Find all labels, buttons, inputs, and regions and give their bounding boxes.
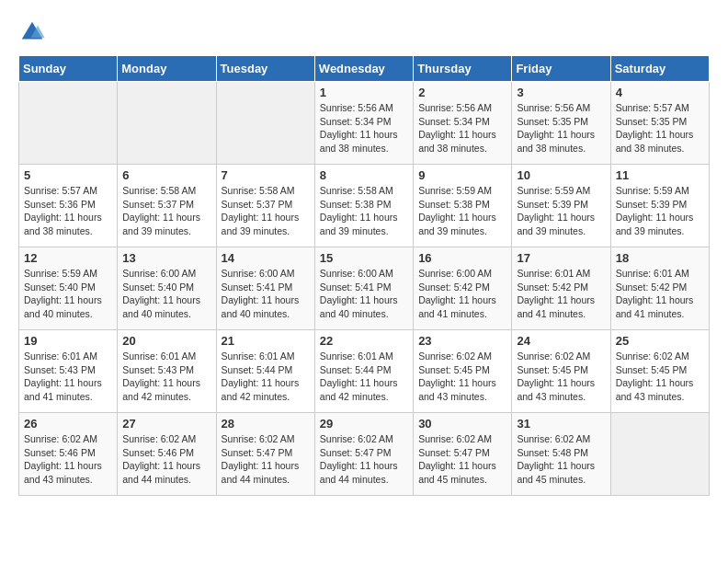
- cell-details: Sunrise: 6:02 AM Sunset: 5:45 PM Dayligh…: [418, 350, 506, 404]
- day-number: 9: [418, 168, 506, 182]
- calendar-cell: 22 Sunrise: 6:01 AM Sunset: 5:44 PM Dayl…: [314, 330, 413, 413]
- calendar-week-row: 5 Sunrise: 5:57 AM Sunset: 5:36 PM Dayli…: [19, 165, 710, 247]
- day-number: 31: [517, 417, 605, 431]
- day-number: 30: [418, 417, 506, 431]
- cell-details: Sunrise: 5:59 AM Sunset: 5:39 PM Dayligh…: [517, 184, 605, 238]
- calendar-cell: 26 Sunrise: 6:02 AM Sunset: 5:46 PM Dayl…: [19, 413, 118, 496]
- calendar-cell: 20 Sunrise: 6:01 AM Sunset: 5:43 PM Dayl…: [118, 330, 216, 413]
- day-number: 21: [222, 334, 310, 348]
- weekday-header: Friday: [512, 56, 610, 82]
- day-number: 7: [222, 168, 310, 182]
- day-number: 1: [320, 86, 408, 99]
- weekday-header: Tuesday: [216, 56, 314, 82]
- logo: [18, 18, 50, 46]
- day-number: 26: [24, 417, 112, 431]
- cell-details: Sunrise: 6:02 AM Sunset: 5:47 PM Dayligh…: [320, 432, 408, 487]
- cell-details: Sunrise: 6:01 AM Sunset: 5:44 PM Dayligh…: [222, 350, 310, 404]
- cell-details: Sunrise: 6:02 AM Sunset: 5:46 PM Dayligh…: [122, 432, 210, 487]
- calendar-cell: 8 Sunrise: 5:58 AM Sunset: 5:38 PM Dayli…: [314, 165, 413, 247]
- cell-details: Sunrise: 5:56 AM Sunset: 5:35 PM Dayligh…: [517, 101, 605, 155]
- day-number: 24: [517, 334, 605, 348]
- day-number: 22: [320, 334, 408, 348]
- calendar-cell: 14 Sunrise: 6:00 AM Sunset: 5:41 PM Dayl…: [216, 247, 314, 330]
- day-number: 29: [320, 417, 408, 431]
- calendar-cell: 29 Sunrise: 6:02 AM Sunset: 5:47 PM Dayl…: [314, 413, 413, 496]
- logo-icon: [18, 18, 46, 46]
- day-number: 17: [517, 251, 605, 265]
- cell-details: Sunrise: 6:02 AM Sunset: 5:45 PM Dayligh…: [616, 350, 704, 404]
- day-number: 12: [24, 251, 112, 265]
- calendar-cell: 3 Sunrise: 5:56 AM Sunset: 5:35 PM Dayli…: [512, 82, 610, 165]
- calendar-cell: 11 Sunrise: 5:59 AM Sunset: 5:39 PM Dayl…: [610, 165, 709, 247]
- day-number: 13: [122, 251, 210, 265]
- cell-details: Sunrise: 6:02 AM Sunset: 5:45 PM Dayligh…: [517, 350, 605, 404]
- calendar-cell: 6 Sunrise: 5:58 AM Sunset: 5:37 PM Dayli…: [118, 165, 216, 247]
- calendar-week-row: 1 Sunrise: 5:56 AM Sunset: 5:34 PM Dayli…: [19, 82, 710, 165]
- cell-details: Sunrise: 5:58 AM Sunset: 5:37 PM Dayligh…: [222, 184, 310, 238]
- calendar-cell: 31 Sunrise: 6:02 AM Sunset: 5:48 PM Dayl…: [512, 413, 610, 496]
- calendar-cell: 10 Sunrise: 5:59 AM Sunset: 5:39 PM Dayl…: [512, 165, 610, 247]
- day-number: 28: [222, 417, 310, 431]
- calendar-cell: 24 Sunrise: 6:02 AM Sunset: 5:45 PM Dayl…: [512, 330, 610, 413]
- day-number: 3: [517, 86, 605, 99]
- day-number: 19: [24, 334, 112, 348]
- cell-details: Sunrise: 5:58 AM Sunset: 5:38 PM Dayligh…: [320, 184, 408, 238]
- day-number: 18: [616, 251, 704, 265]
- day-number: 4: [616, 86, 704, 99]
- calendar-cell: 2 Sunrise: 5:56 AM Sunset: 5:34 PM Dayli…: [414, 82, 512, 165]
- cell-details: Sunrise: 6:01 AM Sunset: 5:44 PM Dayligh…: [320, 350, 408, 404]
- calendar-week-row: 12 Sunrise: 5:59 AM Sunset: 5:40 PM Dayl…: [19, 247, 710, 330]
- calendar-cell: 25 Sunrise: 6:02 AM Sunset: 5:45 PM Dayl…: [610, 330, 709, 413]
- weekday-header: Wednesday: [314, 56, 413, 82]
- calendar-body: 1 Sunrise: 5:56 AM Sunset: 5:34 PM Dayli…: [19, 82, 710, 496]
- day-number: 16: [418, 251, 506, 265]
- calendar-cell: [118, 82, 216, 165]
- calendar-cell: 27 Sunrise: 6:02 AM Sunset: 5:46 PM Dayl…: [118, 413, 216, 496]
- cell-details: Sunrise: 5:56 AM Sunset: 5:34 PM Dayligh…: [418, 101, 506, 155]
- cell-details: Sunrise: 6:00 AM Sunset: 5:42 PM Dayligh…: [418, 267, 506, 321]
- day-number: 23: [418, 334, 506, 348]
- calendar-cell: 21 Sunrise: 6:01 AM Sunset: 5:44 PM Dayl…: [216, 330, 314, 413]
- calendar-header: SundayMondayTuesdayWednesdayThursdayFrid…: [19, 56, 710, 82]
- calendar-cell: 5 Sunrise: 5:57 AM Sunset: 5:36 PM Dayli…: [19, 165, 118, 247]
- cell-details: Sunrise: 5:58 AM Sunset: 5:37 PM Dayligh…: [122, 184, 210, 238]
- calendar-cell: [216, 82, 314, 165]
- calendar-cell: [610, 413, 709, 496]
- calendar-cell: 9 Sunrise: 5:59 AM Sunset: 5:38 PM Dayli…: [414, 165, 512, 247]
- calendar-cell: 13 Sunrise: 6:00 AM Sunset: 5:40 PM Dayl…: [118, 247, 216, 330]
- weekday-header: Saturday: [610, 56, 709, 82]
- calendar-cell: 12 Sunrise: 5:59 AM Sunset: 5:40 PM Dayl…: [19, 247, 118, 330]
- day-number: 25: [616, 334, 704, 348]
- calendar-cell: 23 Sunrise: 6:02 AM Sunset: 5:45 PM Dayl…: [414, 330, 512, 413]
- day-number: 2: [418, 86, 506, 99]
- cell-details: Sunrise: 6:00 AM Sunset: 5:41 PM Dayligh…: [222, 267, 310, 321]
- calendar-cell: 1 Sunrise: 5:56 AM Sunset: 5:34 PM Dayli…: [314, 82, 413, 165]
- day-number: 5: [24, 168, 112, 182]
- calendar-cell: 7 Sunrise: 5:58 AM Sunset: 5:37 PM Dayli…: [216, 165, 314, 247]
- cell-details: Sunrise: 6:01 AM Sunset: 5:43 PM Dayligh…: [24, 350, 112, 404]
- page-header: [18, 18, 710, 46]
- calendar-cell: 18 Sunrise: 6:01 AM Sunset: 5:42 PM Dayl…: [610, 247, 709, 330]
- day-number: 15: [320, 251, 408, 265]
- cell-details: Sunrise: 5:59 AM Sunset: 5:40 PM Dayligh…: [24, 267, 112, 321]
- calendar-cell: 28 Sunrise: 6:02 AM Sunset: 5:47 PM Dayl…: [216, 413, 314, 496]
- weekday-header: Monday: [118, 56, 216, 82]
- cell-details: Sunrise: 5:59 AM Sunset: 5:38 PM Dayligh…: [418, 184, 506, 238]
- cell-details: Sunrise: 6:01 AM Sunset: 5:43 PM Dayligh…: [122, 350, 210, 404]
- weekday-header: Thursday: [414, 56, 512, 82]
- cell-details: Sunrise: 6:02 AM Sunset: 5:46 PM Dayligh…: [24, 432, 112, 487]
- calendar-cell: 30 Sunrise: 6:02 AM Sunset: 5:47 PM Dayl…: [414, 413, 512, 496]
- cell-details: Sunrise: 6:02 AM Sunset: 5:48 PM Dayligh…: [517, 432, 605, 487]
- day-number: 27: [122, 417, 210, 431]
- day-number: 20: [122, 334, 210, 348]
- day-number: 6: [122, 168, 210, 182]
- day-number: 14: [222, 251, 310, 265]
- calendar-table: SundayMondayTuesdayWednesdayThursdayFrid…: [18, 55, 710, 496]
- calendar-week-row: 19 Sunrise: 6:01 AM Sunset: 5:43 PM Dayl…: [19, 330, 710, 413]
- calendar-cell: [19, 82, 118, 165]
- calendar-cell: 16 Sunrise: 6:00 AM Sunset: 5:42 PM Dayl…: [414, 247, 512, 330]
- cell-details: Sunrise: 6:00 AM Sunset: 5:40 PM Dayligh…: [122, 267, 210, 321]
- cell-details: Sunrise: 6:02 AM Sunset: 5:47 PM Dayligh…: [418, 432, 506, 487]
- cell-details: Sunrise: 5:56 AM Sunset: 5:34 PM Dayligh…: [320, 101, 408, 155]
- calendar-cell: 17 Sunrise: 6:01 AM Sunset: 5:42 PM Dayl…: [512, 247, 610, 330]
